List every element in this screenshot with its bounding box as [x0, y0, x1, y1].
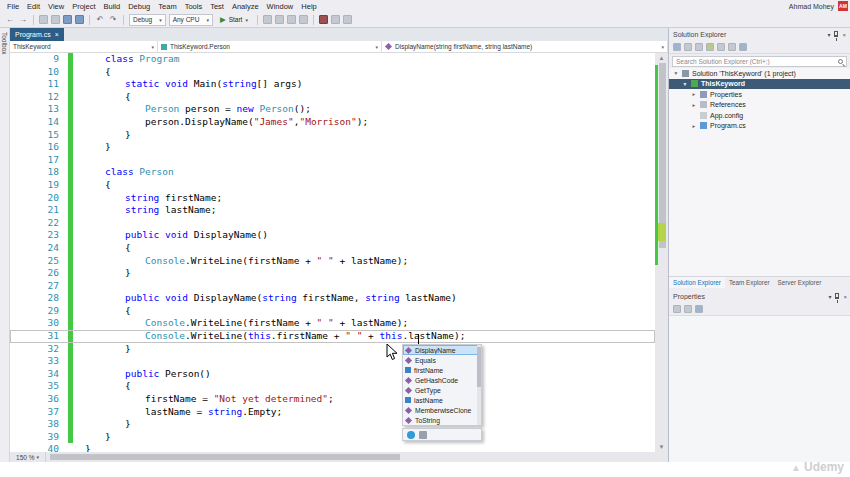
new-file-icon[interactable]	[39, 15, 48, 24]
code-line-37[interactable]: 37lastName = string.Empty;	[10, 406, 655, 419]
code-line-35[interactable]: 35{	[10, 380, 655, 393]
bookmark-flag-icon[interactable]	[319, 15, 328, 24]
save-all-icon[interactable]	[75, 15, 84, 24]
code-line-23[interactable]: 23public void DisplayName()	[10, 229, 655, 242]
code-line-18[interactable]: 18class Person	[10, 166, 655, 179]
property-pages-icon[interactable]	[695, 305, 703, 313]
code-line-15[interactable]: 15}	[10, 129, 655, 142]
scrollbar-thumb[interactable]	[50, 454, 400, 460]
show-all-files-icon[interactable]	[706, 43, 714, 51]
save-icon[interactable]	[63, 15, 72, 24]
intellisense-item-gethashcode[interactable]: GetHashCode	[403, 375, 481, 385]
collapsed-arrow-icon[interactable]: ▸	[691, 123, 697, 129]
navbar-project-dropdown[interactable]: ThisKeyword ▾	[10, 41, 158, 52]
close-icon[interactable]: ×	[55, 31, 59, 38]
expanded-arrow-icon[interactable]: ▾	[682, 81, 688, 87]
tree-item-solution-thiskeyword-1-project[interactable]: ▾Solution 'ThisKeyword' (1 project)	[669, 68, 850, 79]
intellisense-item-memberwiseclone[interactable]: MemberwiseClone	[403, 405, 481, 415]
start-debugging-button[interactable]: ▶ Start ▾	[216, 14, 252, 26]
editor-horizontal-scrollbar[interactable]	[46, 452, 668, 462]
code-line-22[interactable]: 22	[10, 217, 655, 230]
code-line-27[interactable]: 27	[10, 280, 655, 293]
tree-item-references[interactable]: ▸References	[669, 100, 850, 111]
code-line-14[interactable]: 14person.DisplayName("James","Morrison")…	[10, 116, 655, 129]
menu-item-view[interactable]: View	[44, 2, 68, 11]
tree-item-app-config[interactable]: App.config	[669, 110, 850, 121]
scroll-up-icon[interactable]: ▲	[655, 53, 668, 63]
tree-item-program-cs[interactable]: ▸Program.cs	[669, 121, 850, 132]
step-out-icon[interactable]	[299, 15, 308, 24]
chevron-down-icon[interactable]: ▾	[827, 31, 830, 38]
undo-icon[interactable]: ↶	[95, 16, 105, 24]
pin-icon[interactable]	[834, 31, 838, 37]
intellisense-scrollbar[interactable]	[477, 345, 481, 425]
code-line-16[interactable]: 16}	[10, 141, 655, 154]
close-icon[interactable]: ×	[842, 32, 846, 38]
scrollbar-thumb[interactable]	[477, 347, 481, 387]
menu-item-build[interactable]: Build	[100, 2, 125, 11]
alphabetical-icon[interactable]	[684, 305, 692, 313]
solution-platform-dropdown[interactable]: Any CPU ▾	[169, 14, 213, 26]
properties-icon[interactable]	[695, 43, 703, 51]
code-line-32[interactable]: 32}	[10, 343, 655, 356]
navbar-member-dropdown[interactable]: DisplayName(string firstName, string las…	[382, 41, 668, 52]
tree-item-properties[interactable]: ▸Properties	[669, 89, 850, 100]
refresh-icon[interactable]	[717, 43, 725, 51]
code-line-24[interactable]: 24{	[10, 242, 655, 255]
zoom-control[interactable]: 150 % ▾	[10, 452, 46, 462]
code-line-40[interactable]: 40}	[10, 443, 655, 452]
navigate-forward-icon[interactable]: →	[18, 16, 28, 24]
navbar-type-dropdown[interactable]: ThisKeyword.Person ▾	[158, 41, 382, 52]
code-line-9[interactable]: 9class Program	[10, 53, 655, 66]
break-all-icon[interactable]	[263, 15, 272, 24]
menu-item-edit[interactable]: Edit	[23, 2, 44, 11]
solution-configuration-dropdown[interactable]: Debug ▾	[129, 14, 166, 26]
tab-team-explorer[interactable]: Team Explorer	[725, 277, 774, 288]
editor-vertical-scrollbar[interactable]: ▲ ▼	[655, 53, 668, 452]
code-line-26[interactable]: 26}	[10, 267, 655, 280]
code-line-19[interactable]: 19{	[10, 179, 655, 192]
open-file-icon[interactable]	[51, 15, 60, 24]
categorized-icon[interactable]	[673, 305, 681, 313]
collapse-all-icon[interactable]	[684, 43, 692, 51]
code-line-12[interactable]: 12{	[10, 91, 655, 104]
code-line-39[interactable]: 39}	[10, 431, 655, 444]
code-line-38[interactable]: 38}	[10, 418, 655, 431]
code-line-29[interactable]: 29{	[10, 305, 655, 318]
menu-item-tools[interactable]: Tools	[181, 2, 207, 11]
menu-item-file[interactable]: File	[3, 2, 23, 11]
scroll-down-icon[interactable]: ▼	[655, 442, 668, 452]
code-line-17[interactable]: 17	[10, 154, 655, 167]
filter-icon[interactable]	[407, 431, 415, 439]
intellisense-item-lastname[interactable]: lastName	[403, 395, 481, 405]
step-over-icon[interactable]	[275, 15, 284, 24]
tab-server-explorer[interactable]: Server Explorer	[774, 277, 826, 288]
code-line-30[interactable]: 30Console.WriteLine(firstName + " " + la…	[10, 317, 655, 330]
tab-program-cs[interactable]: Program.cs ×	[10, 28, 64, 41]
intellisense-item-firstname[interactable]: firstName	[403, 365, 481, 375]
code-line-10[interactable]: 10{	[10, 66, 655, 79]
intellisense-item-gettype[interactable]: GetType	[403, 385, 481, 395]
code-line-31[interactable]: 31Console.WriteLine(this.firstName + " "…	[10, 330, 655, 343]
solution-explorer-search[interactable]: Search Solution Explorer (Ctrl+;)	[672, 56, 847, 67]
intellisense-item-equals[interactable]: Equals	[403, 355, 481, 365]
redo-icon[interactable]: ↷	[108, 16, 118, 24]
close-icon[interactable]: ×	[843, 294, 847, 300]
menu-item-help[interactable]: Help	[297, 2, 320, 11]
menu-item-analyze[interactable]: Analyze	[228, 2, 263, 11]
tree-item-thiskeyword[interactable]: ▾ThisKeyword	[669, 79, 850, 90]
collapsed-arrow-icon[interactable]: ▸	[691, 91, 697, 97]
chevron-down-icon[interactable]: ▾	[828, 293, 831, 300]
collapsed-arrow-icon[interactable]: ▸	[691, 102, 697, 108]
menu-item-debug[interactable]: Debug	[124, 2, 154, 11]
avatar[interactable]: AM	[838, 1, 848, 11]
view-code-icon[interactable]	[728, 43, 736, 51]
toolbox-panel-tab[interactable]: Toolbox	[0, 28, 10, 462]
code-line-34[interactable]: 34public Person()	[10, 368, 655, 381]
intellisense-item-displayname[interactable]: DisplayName	[403, 345, 481, 355]
home-icon[interactable]	[673, 43, 681, 51]
menu-item-window[interactable]: Window	[263, 2, 298, 11]
menu-item-test[interactable]: Test	[206, 2, 228, 11]
scrollbar-thumb[interactable]	[659, 63, 666, 248]
step-into-icon[interactable]	[287, 15, 296, 24]
